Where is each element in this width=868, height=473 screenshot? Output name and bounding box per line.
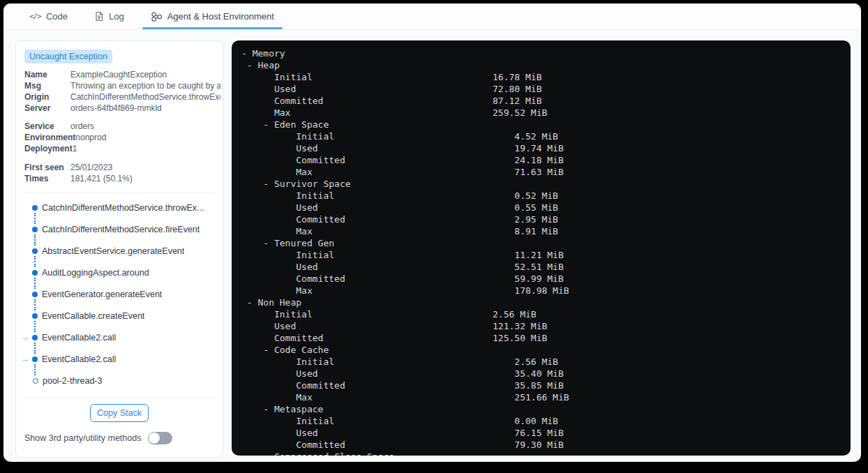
stack-frame[interactable]: CatchInDifferentMethodService.throwEx...	[20, 202, 214, 213]
stack-frame[interactable]: EventGenerator.generateEvent	[20, 289, 214, 299]
tab-bar: </> Code Log Agent &	[3, 3, 861, 30]
detail-row: Times181,421 (50.1%)	[24, 173, 214, 184]
detail-label: Name	[24, 69, 70, 80]
show-3rd-party-toggle[interactable]	[148, 432, 172, 444]
exception-panel: Uncaught Exception NameExampleCaughtExce…	[15, 40, 223, 458]
app-window: </> Code Log Agent &	[3, 3, 861, 462]
stack-connector-dots	[34, 213, 214, 224]
execution-arrow-icon: →	[20, 333, 30, 342]
stack-frame-dot-icon	[32, 205, 38, 211]
divider	[24, 193, 214, 193]
stack-frame[interactable]: AbstractEventService.generateEvent	[20, 246, 214, 256]
detail-value: CatchInDifferentMethodService.throwExcep	[70, 91, 220, 103]
stack-connector-dots	[34, 234, 214, 246]
agent-cluster-icon	[151, 11, 163, 22]
memory-environment-terminal[interactable]: - Memory - Heap Initial 16.78 MiB Used 7…	[232, 40, 851, 456]
stack-connector-dots	[34, 321, 214, 332]
exception-type-badge: Uncaught Exception	[24, 50, 112, 63]
detail-value: nonprod	[75, 132, 220, 143]
detail-value: Throwing an exception to be caught by a …	[70, 80, 220, 91]
stack-frame-label: AuditLoggingAspect.around	[42, 268, 149, 278]
stack-frame-label: CatchInDifferentMethodService.fireEvent	[42, 225, 200, 234]
execution-arrow-icon: →	[20, 354, 30, 363]
stack-connector-dots	[34, 343, 214, 354]
stack-frame-label: EventCallable.createEvent	[42, 311, 144, 321]
detail-label: Times	[24, 173, 70, 184]
stack-frame[interactable]: AuditLoggingAspect.around	[20, 267, 214, 278]
detail-value: 1	[73, 143, 220, 154]
detail-value: 181,421 (50.1%)	[70, 173, 220, 184]
tab-agent-host-environment[interactable]: Agent & Host Environment	[142, 3, 283, 29]
detail-label: First seen	[24, 162, 70, 173]
detail-value: orders-64fb4f869-mmkld	[70, 103, 220, 114]
occurrence-details-group: First seen25/01/2023Times181,421 (50.1%)	[24, 162, 214, 184]
stack-frame-label: EventGenerator.generateEvent	[42, 290, 162, 299]
stack-frame-label: CatchInDifferentMethodService.throwEx...	[42, 203, 204, 213]
detail-value: ExampleCaughtException	[70, 69, 220, 80]
detail-row: OriginCatchInDifferentMethodService.thro…	[24, 91, 214, 103]
stack-frame[interactable]: EventCallable.createEvent	[20, 310, 214, 321]
tab-label: Log	[109, 11, 124, 22]
stack-frame-dot-icon	[32, 248, 38, 254]
stack-frame[interactable]: →EventCallable2.call	[20, 332, 214, 343]
stack-frame-label: pool-2-thread-3	[43, 376, 102, 386]
detail-label: Server	[24, 103, 70, 114]
detail-row: Deployment1	[24, 143, 214, 154]
detail-row: NameExampleCaughtException	[24, 69, 214, 80]
detail-row: First seen25/01/2023	[24, 162, 214, 173]
stack-trace-list: CatchInDifferentMethodService.throwEx...…	[20, 202, 214, 386]
detail-row: Serviceorders	[24, 121, 214, 132]
detail-row: MsgThrowing an exception to be caught by…	[24, 80, 214, 91]
tab-label: Code	[46, 11, 68, 22]
detail-value: 25/01/2023	[70, 162, 220, 173]
detail-value: orders	[70, 121, 220, 132]
detail-label: Msg	[24, 80, 70, 91]
toggle-knob	[149, 433, 160, 444]
stack-frame-dot-icon	[32, 292, 38, 297]
stack-frame-dot-icon	[32, 335, 38, 340]
detail-label: Service	[24, 121, 70, 132]
stack-frame[interactable]: CatchInDifferentMethodService.fireEvent	[20, 224, 214, 234]
stack-frame-dot-icon	[32, 356, 38, 362]
toggle-label: Show 3rd party/utility methods	[24, 433, 141, 443]
log-document-icon	[94, 11, 104, 22]
stack-connector-dots	[34, 364, 214, 375]
stack-frame-dot-icon	[32, 227, 38, 232]
detail-label: Environment	[24, 132, 75, 143]
content-area: Uncaught Exception NameExampleCaughtExce…	[3, 30, 861, 458]
detail-label: Origin	[24, 91, 70, 103]
stack-connector-dots	[34, 299, 214, 310]
stack-frame-dot-icon	[32, 270, 38, 276]
exception-details-group: NameExampleCaughtExceptionMsgThrowing an…	[24, 69, 214, 114]
copy-stack-button[interactable]: Copy Stack	[90, 404, 149, 422]
stack-frame-label: EventCallable2.call	[42, 354, 116, 364]
memory-tree-text: - Memory - Heap Initial 16.78 MiB Used 7…	[241, 47, 841, 456]
stack-frame-label: AbstractEventService.generateEvent	[42, 246, 184, 256]
stack-frame[interactable]: →EventCallable2.call	[20, 354, 214, 364]
detail-label: Deployment	[24, 143, 73, 154]
divider	[24, 397, 214, 398]
code-icon: </>	[29, 12, 41, 21]
stack-frame[interactable]: pool-2-thread-3	[20, 375, 214, 386]
tab-code[interactable]: </> Code	[21, 3, 76, 29]
stack-frame-label: EventCallable2.call	[42, 333, 116, 343]
stack-frame-dot-icon	[32, 313, 38, 319]
tab-label: Agent & Host Environment	[167, 11, 274, 22]
thread-circle-icon	[33, 378, 38, 384]
detail-row: Serverorders-64fb4f869-mmkld	[24, 103, 214, 114]
tab-log[interactable]: Log	[86, 3, 133, 29]
stack-connector-dots	[34, 278, 214, 289]
stack-connector-dots	[34, 256, 214, 267]
service-details-group: ServiceordersEnvironmentnonprodDeploymen…	[24, 121, 214, 154]
detail-row: Environmentnonprod	[24, 132, 214, 143]
